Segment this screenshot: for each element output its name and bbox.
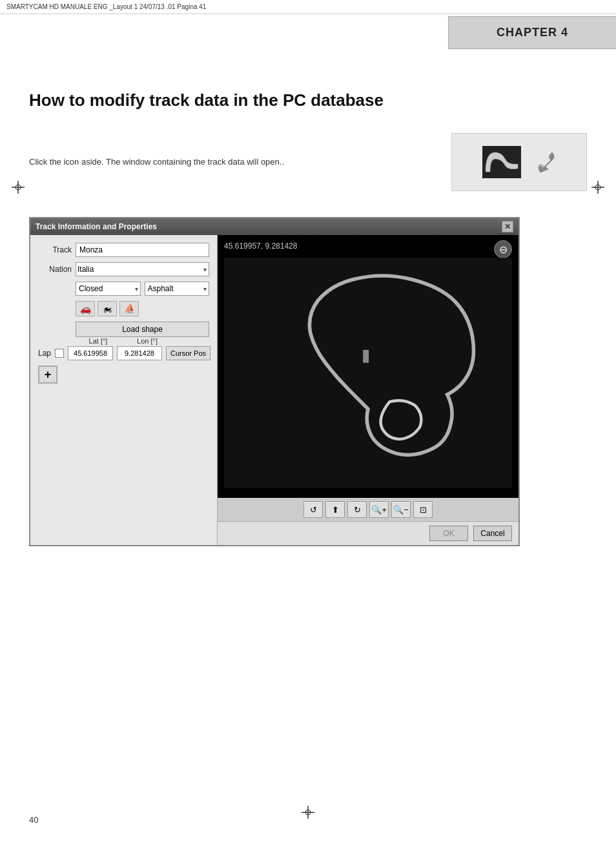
description-text: Click the icon aside. The window contain… — [29, 156, 426, 169]
nation-label: Nation — [38, 265, 72, 274]
cancel-button[interactable]: Cancel — [473, 526, 512, 541]
track-form-row: Track — [38, 243, 209, 257]
dialog-body: Track Nation Italia Clo — [30, 235, 518, 545]
cursor-pos-button[interactable]: Cursor Pos — [166, 346, 210, 360]
track-icon — [482, 146, 521, 178]
section-title: How to modify track data in the PC datab… — [29, 90, 587, 110]
car-icon-button[interactable]: 🚗 — [76, 301, 95, 316]
ok-button[interactable]: OK — [429, 526, 468, 541]
nation-select[interactable]: Italia — [76, 262, 209, 276]
svg-rect-3 — [363, 350, 369, 363]
zoom-out-button[interactable]: 🔍− — [391, 501, 411, 518]
track-input[interactable] — [76, 243, 209, 257]
right-reg-mark — [591, 181, 604, 196]
surface-select-wrapper: Asphalt — [145, 282, 210, 296]
page-number: 40 — [29, 815, 38, 825]
nation-form-row: Nation Italia — [38, 262, 209, 276]
chapter-tab: CHAPTER 4 — [448, 16, 616, 49]
zoom-in-button[interactable]: 🔍+ — [369, 501, 389, 518]
dialog-left-panel: Track Nation Italia Clo — [30, 235, 218, 545]
surface-select[interactable]: Asphalt — [145, 282, 210, 296]
up-button[interactable]: ⬆ — [325, 501, 345, 518]
lat-input[interactable] — [68, 346, 113, 360]
lap-label: Lap — [38, 349, 51, 358]
dialog-title: Track Information and Properties — [36, 222, 157, 231]
redo-button[interactable]: ↻ — [347, 501, 367, 518]
fit-button[interactable]: ⊡ — [413, 501, 433, 518]
nation-select-wrapper: Italia — [76, 262, 209, 276]
header-text: SMARTYCAM HD MANUALE ENG _Layout 1 24/07… — [6, 3, 206, 10]
motorcycle-icon-button[interactable]: 🏍 — [98, 301, 117, 316]
lap-row: Lap Cursor Pos — [38, 346, 209, 360]
description-row: Click the icon aside. The window contain… — [29, 133, 587, 191]
track-label: Track — [38, 245, 72, 254]
left-reg-mark — [12, 181, 25, 196]
lap-checkbox[interactable] — [55, 349, 64, 358]
vehicle-icons-row: 🚗 🏍 ⛵ — [76, 301, 209, 316]
dialog-window: Track Information and Properties ✕ Track… — [29, 217, 520, 546]
track-type-row: Closed Asphalt — [76, 282, 209, 296]
main-content: How to modify track data in the PC datab… — [29, 90, 587, 546]
dialog-titlebar: Track Information and Properties ✕ — [30, 218, 518, 235]
header-bar: SMARTYCAM HD MANUALE ENG _Layout 1 24/07… — [0, 0, 616, 14]
wrench-icon — [534, 151, 557, 174]
coord-headers: Lat [°] Lon [°] — [76, 337, 209, 345]
load-shape-button[interactable]: Load shape — [76, 322, 209, 337]
boat-icon-button[interactable]: ⛵ — [119, 301, 139, 316]
chapter-title: CHAPTER 4 — [462, 26, 603, 39]
map-area[interactable]: 45.619957, 9.281428 ⊖ — [218, 235, 518, 498]
closed-select-wrapper: Closed — [76, 282, 141, 296]
icon-preview-box — [451, 133, 587, 191]
bottom-reg-mark — [302, 806, 314, 821]
dialog-right-panel: 45.619957, 9.281428 ⊖ — [218, 235, 518, 545]
add-lap-button[interactable]: + — [38, 365, 57, 384]
lon-header: Lon [°] — [125, 337, 170, 345]
track-map-svg — [224, 254, 512, 491]
closed-select[interactable]: Closed — [76, 282, 141, 296]
map-toolbar: ↺ ⬆ ↻ 🔍+ 🔍− ⊡ — [218, 498, 518, 521]
lat-header: Lat [°] — [76, 337, 121, 345]
map-coordinates: 45.619957, 9.281428 — [224, 242, 297, 251]
lon-input[interactable] — [117, 346, 162, 360]
undo-button[interactable]: ↺ — [303, 501, 323, 518]
dialog-close-button[interactable]: ✕ — [502, 221, 513, 232]
dialog-footer: OK Cancel — [218, 521, 518, 545]
